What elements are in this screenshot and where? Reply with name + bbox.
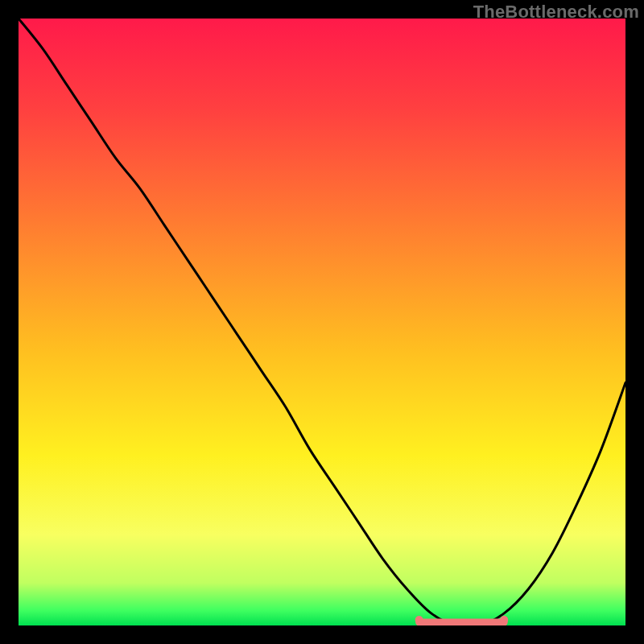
zero-band-left-dot bbox=[415, 616, 423, 624]
gradient-background bbox=[19, 19, 625, 625]
chart-frame bbox=[19, 19, 625, 625]
zero-band-right-dot bbox=[500, 616, 508, 624]
bottleneck-plot bbox=[19, 19, 625, 625]
watermark-text: TheBottleneck.com bbox=[473, 2, 639, 23]
